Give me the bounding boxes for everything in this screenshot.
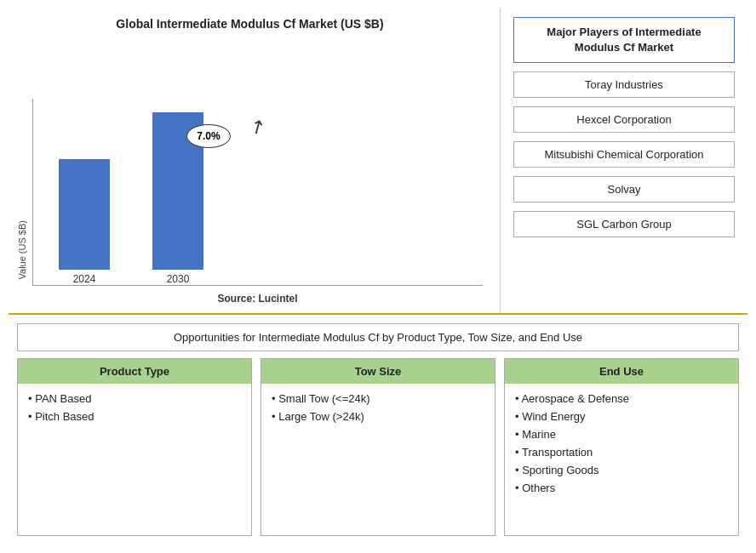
annotation-container: 7.0% ↗ xyxy=(186,124,231,148)
player-sgl: SGL Carbon Group xyxy=(513,211,735,237)
player-toray: Toray Industries xyxy=(513,71,735,98)
item-transportation: Transportation xyxy=(515,446,728,459)
player-solvay: Solvay xyxy=(513,176,735,202)
major-players-title: Major Players of IntermediateModulus Cf … xyxy=(513,17,735,63)
player-mitsubishi: Mitsubishi Chemical Corporation xyxy=(513,141,735,168)
tow-size-body: Small Tow (<=24k) Large Tow (>24k) xyxy=(261,384,495,535)
end-use-column: End Use Aerospace & Defense Wind Energy … xyxy=(504,358,739,536)
tow-size-header: Tow Size xyxy=(261,359,495,384)
arrow-icon: ↗ xyxy=(245,113,270,140)
tow-size-column: Tow Size Small Tow (<=24k) Large Tow (>2… xyxy=(261,358,495,536)
bars-container: 7.0% ↗ 2024 2030 xyxy=(32,99,483,286)
bar-label-2024: 2024 xyxy=(73,273,96,285)
end-use-header: End Use xyxy=(505,359,738,384)
source-text: Source: Lucintel xyxy=(32,293,483,305)
y-axis-label: Value (US $B) xyxy=(17,220,27,280)
bar-label-2030: 2030 xyxy=(167,273,190,285)
item-aerospace: Aerospace & Defense xyxy=(515,392,728,405)
end-use-body: Aerospace & Defense Wind Energy Marine T… xyxy=(505,384,738,535)
product-type-body: PAN Based Pitch Based xyxy=(18,384,251,535)
columns-container: Product Type PAN Based Pitch Based Tow S… xyxy=(17,358,739,536)
product-type-header: Product Type xyxy=(18,359,251,384)
annotation-oval: 7.0% xyxy=(186,124,231,148)
player-hexcel: Hexcel Corporation xyxy=(513,106,735,133)
item-others: Others xyxy=(515,482,728,494)
product-type-column: Product Type PAN Based Pitch Based xyxy=(17,358,252,536)
item-small-tow: Small Tow (<=24k) xyxy=(272,392,484,405)
item-wind-energy: Wind Energy xyxy=(515,410,728,423)
main-container: Global Intermediate Modulus Cf Market (U… xyxy=(0,0,756,553)
right-panel: Major Players of IntermediateModulus Cf … xyxy=(501,9,747,313)
annotation-text: 7.0% xyxy=(197,130,220,142)
item-sporting-goods: Sporting Goods xyxy=(515,464,728,476)
bar-2024 xyxy=(59,159,110,270)
chart-wrapper: Value (US $B) 7.0% ↗ 20 xyxy=(17,39,483,305)
item-pan-based: PAN Based xyxy=(28,392,241,405)
item-large-tow: Large Tow (>24k) xyxy=(272,410,484,423)
chart-title: Global Intermediate Modulus Cf Market (U… xyxy=(17,17,483,31)
item-pitch-based: Pitch Based xyxy=(28,410,241,423)
opportunities-title: Opportunities for Intermediate Modulus C… xyxy=(17,323,739,351)
item-marine: Marine xyxy=(515,428,728,441)
bottom-section: Opportunities for Intermediate Modulus C… xyxy=(9,315,747,544)
chart-content: 7.0% ↗ 2024 2030 xyxy=(32,99,483,305)
chart-area: Global Intermediate Modulus Cf Market (U… xyxy=(9,9,501,313)
bar-group-2024: 2024 xyxy=(59,159,110,285)
top-section: Global Intermediate Modulus Cf Market (U… xyxy=(9,9,747,315)
